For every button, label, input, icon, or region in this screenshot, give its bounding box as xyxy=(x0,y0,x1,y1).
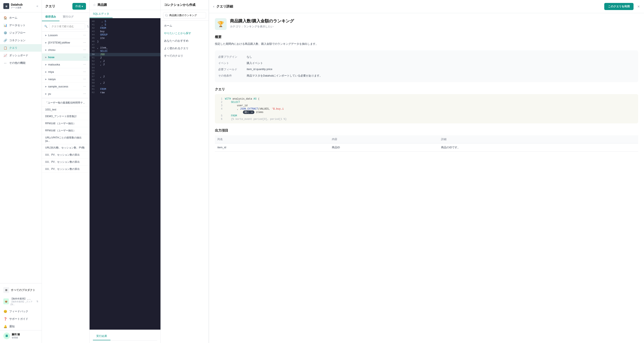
query-name: chosu xyxy=(48,48,56,51)
list-item[interactable]: URLのPATHごとの接客数の抽出(w... xyxy=(42,134,89,144)
more-icon[interactable]: ··· xyxy=(83,55,86,59)
chevron-down-icon: ▾ xyxy=(82,5,83,8)
all-products-button[interactable]: ⊞ すべてのプロダクト xyxy=(0,285,42,295)
avatar-initials: 藤 xyxy=(6,334,8,338)
sidebar-item-support[interactable]: ❓ サポートガイド xyxy=(0,315,42,323)
tab-result[interactable]: 実行結果 xyxy=(93,332,110,340)
code-editor[interactable]: 40 , S 41 , S 42 FROM 43 buy 44 GROUP 45… xyxy=(90,18,160,330)
output-row-col1: item_id xyxy=(215,143,329,151)
query-detail-category: カテゴリ：ランキングを表示したい xyxy=(230,25,294,28)
more-icon[interactable]: ··· xyxy=(83,48,86,52)
sidebar-item-other[interactable]: ··· その他の機能 xyxy=(0,59,42,67)
close-button[interactable]: × xyxy=(637,4,640,9)
sidebar-item-label-dataset: データセット xyxy=(9,23,26,27)
sql-editor-tabs: SQLエディタ xyxy=(90,10,160,18)
result-section: 実行結果 xyxy=(90,330,160,343)
more-icon[interactable]: ··· xyxy=(83,84,86,88)
code-line: 60 xyxy=(90,85,160,88)
list-item[interactable]: ▶ miya ··· xyxy=(42,68,89,75)
list-item[interactable]: UU、PV、セッション数の算出 xyxy=(42,159,89,166)
sidebar-item-jobflow[interactable]: ⚙️ ジョブフロー xyxy=(0,29,42,37)
collection-search-input[interactable] xyxy=(163,12,206,18)
list-item[interactable]: ▶ yu ··· xyxy=(42,90,89,97)
more-icon[interactable]: ··· xyxy=(83,92,86,96)
output-col-header-content: 内容 xyxy=(329,135,438,143)
list-item[interactable]: ▶ hose ··· xyxy=(42,53,89,61)
list-item[interactable]: URL別UU数、セッション数、PV数 xyxy=(42,144,89,151)
list-item[interactable]: RFM分析（ユーザー抽出） xyxy=(42,127,89,134)
collection-menu-all[interactable]: すべてのクエリ xyxy=(161,52,208,60)
tab-sql-editor[interactable]: SQLエディタ xyxy=(90,10,112,18)
code-line: 41 , S xyxy=(90,23,160,26)
list-item[interactable]: ▶ Lossom ··· xyxy=(42,31,89,39)
avatar: 藤 xyxy=(3,333,10,339)
list-item[interactable]: UU、PV、セッション数の算出 xyxy=(42,151,89,159)
code-line: 48, item_ xyxy=(90,46,160,49)
query-icon: 📋 xyxy=(3,46,7,50)
code-line: 50 JSO xyxy=(90,53,160,56)
divider xyxy=(42,98,89,98)
collection-menu-personal[interactable]: あなたへのおすすめ xyxy=(161,37,208,44)
sql-editor-header: ☆ 商品購 xyxy=(90,0,160,10)
sidebar-item-connection[interactable]: 🔗 コネクション xyxy=(0,37,42,44)
detail-content: 🏆 商品購入数/購入金額のランキング カテゴリ：ランキングを表示したい 概要 指… xyxy=(209,13,644,343)
output-section-title: 出力項目 xyxy=(215,128,638,133)
list-item[interactable]: 1031_test xyxy=(42,106,89,113)
products-grid-icon: ⊞ xyxy=(3,287,9,293)
all-products-label: すべてのプロダクト xyxy=(11,288,35,292)
grid-icon: ▦ xyxy=(6,5,7,7)
more-icon[interactable]: ··· xyxy=(83,62,86,66)
star-icon[interactable]: ☆ xyxy=(93,3,96,7)
code-preview-line: 4 , JSON_EXTRACT(VALUES, '$.buy.i 開く ∨ i… xyxy=(218,107,635,114)
code-line: 55 xyxy=(90,69,160,72)
list-item[interactable]: DEMO_アンケート回答集計 xyxy=(42,113,89,120)
sidebar-item-feedback[interactable]: 😊 フィードバック xyxy=(0,308,42,315)
sidebar-item-label-dashboard: ダッシュボード xyxy=(9,53,28,57)
list-item[interactable]: 「ユーザー毎の最適配信時間帯テ... xyxy=(42,99,89,106)
sidebar-item-home[interactable]: 🏠 ホーム xyxy=(0,14,42,21)
list-item[interactable]: ▶ chosu ··· xyxy=(42,46,89,53)
tab-saved[interactable]: 保存済み xyxy=(42,13,60,21)
collection-menu-home[interactable]: ホーム xyxy=(161,22,208,29)
query-section-title: クエリ xyxy=(215,87,638,92)
list-item[interactable]: ▶ naoya ··· xyxy=(42,75,89,83)
connection-icon: 🔗 xyxy=(3,38,7,42)
sidebar-item-notification[interactable]: 🔔 通知 xyxy=(0,323,42,330)
back-button[interactable]: ‹ xyxy=(213,4,214,8)
list-item[interactable]: ▶ matsuoka ··· xyxy=(42,61,89,68)
collection-menu-recommended[interactable]: やりたいことから探す xyxy=(161,29,208,37)
list-item[interactable]: RFM分析（ユーザー抽出） xyxy=(42,120,89,127)
list-item[interactable]: UU、PV、セッション数の算出 xyxy=(42,166,89,173)
dashboard-icon: 📈 xyxy=(3,53,7,57)
sidebar-item-label-connection: コネクション xyxy=(9,38,26,42)
sidebar-item-query[interactable]: 📋 クエリ xyxy=(0,44,42,52)
list-item[interactable]: ▶ [SYSTEM] jobflow ··· xyxy=(42,39,89,46)
code-line: 44 GROUP xyxy=(90,33,160,37)
query-search-input[interactable] xyxy=(49,23,85,29)
code-line: 59 , J xyxy=(90,81,160,85)
list-item[interactable]: ▶ sample_success ··· xyxy=(42,83,89,90)
query-name: naoya xyxy=(48,78,56,81)
collection-menu-popular[interactable]: よく使われるクエリ xyxy=(161,44,208,52)
other-icon: ··· xyxy=(3,61,7,65)
more-icon[interactable]: ··· xyxy=(83,40,86,44)
use-query-button[interactable]: このクエリを利用 xyxy=(604,3,634,10)
more-icon[interactable]: ··· xyxy=(83,70,86,74)
sort-icon[interactable]: ⇅ xyxy=(87,25,89,28)
code-preview-line: 5 FROM xyxy=(218,114,635,117)
code-line: 51 J xyxy=(90,56,160,60)
current-product-button[interactable]: 📦 【制作作業用】＿... 【制作作業用】_ストア(St... ⇅ xyxy=(0,295,42,308)
expand-code-button[interactable]: 開く ∨ xyxy=(243,110,254,114)
user-profile[interactable]: 藤 藤田 陽 管理者 xyxy=(0,330,42,341)
sidebar-item-dashboard[interactable]: 📈 ダッシュボード xyxy=(0,52,42,59)
query-name: matsuoka xyxy=(48,63,60,66)
query-tabs: 保存済み 実行ログ xyxy=(42,13,89,21)
more-icon[interactable]: ··· xyxy=(83,77,86,81)
code-line: 43 buy xyxy=(90,30,160,33)
create-query-button[interactable]: 作成 ▾ xyxy=(72,3,86,10)
collapse-sidebar-button[interactable]: « xyxy=(36,4,38,8)
more-icon[interactable]: ··· xyxy=(83,33,86,37)
tab-execlog[interactable]: 実行ログ xyxy=(60,13,77,21)
query-name: Lossom xyxy=(48,34,58,37)
sidebar-item-dataset[interactable]: 📊 データセット xyxy=(0,21,42,29)
